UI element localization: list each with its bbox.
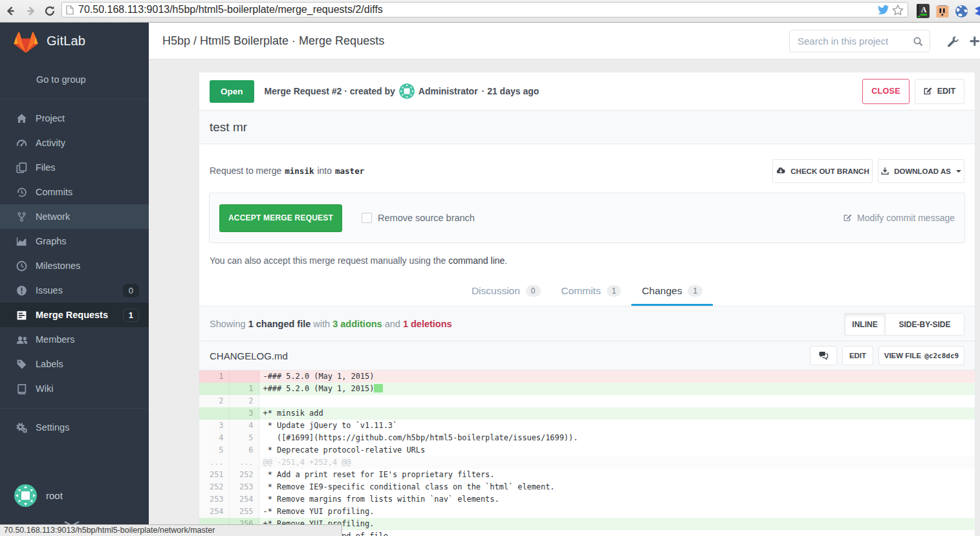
source-branch[interactable]: minsik [285, 166, 314, 176]
gitlab-brand[interactable]: GitLab [0, 23, 149, 59]
sidebar-item-files[interactable]: Files [0, 155, 149, 180]
old-line-number[interactable]: 253 [199, 493, 229, 506]
target-branch[interactable]: master [335, 166, 364, 176]
inline-toggle-button[interactable]: INLINE [844, 313, 885, 336]
count-badge: 0 [123, 284, 139, 297]
tab-changes[interactable]: Changes 1 [631, 275, 713, 306]
fork-icon [16, 211, 27, 222]
old-line-number[interactable]: 3 [199, 420, 229, 432]
diff-row[interactable]: 1 +### 5.2.0 (May 1, 2015) [199, 383, 975, 395]
extension-partial-icon[interactable] [974, 4, 980, 18]
old-line-number[interactable]: 252 [199, 481, 229, 493]
sidebar-item-members[interactable]: Members [0, 327, 149, 352]
note-suffix: . [505, 255, 507, 266]
additions-count: 3 additions [332, 319, 382, 329]
tab-count-badge: 1 [688, 285, 702, 297]
new-line-number[interactable]: 5 [229, 432, 259, 444]
view-file-button[interactable]: VIEW FILE@c2c8dc9 [878, 346, 964, 365]
diff-row[interactable]: 251 252 * Add a print reset for IE's pro… [199, 469, 975, 481]
new-line-number[interactable]: 4 [229, 420, 259, 432]
new-project-button[interactable] [969, 23, 980, 59]
edit-file-button[interactable]: EDIT [842, 346, 873, 365]
old-line-number[interactable]: 1 [199, 370, 229, 383]
diff-row[interactable]: 2 2 [199, 395, 975, 407]
toggle-comments-button[interactable] [810, 346, 837, 365]
old-line-number[interactable]: ... [199, 456, 229, 469]
twitter-icon[interactable] [878, 5, 889, 15]
browser-forward-button[interactable] [21, 1, 40, 21]
side-by-side-toggle-button[interactable]: SIDE-BY-SIDE [885, 313, 964, 336]
tab-commits[interactable]: Commits 1 [551, 275, 632, 306]
sidebar-item-activity[interactable]: Activity [0, 131, 149, 155]
sidebar-item-go-to-group[interactable]: Go to group [0, 67, 149, 92]
command-line-link[interactable]: command line [448, 255, 505, 266]
diff-row[interactable]: ... ... @@ -251,4 +252,4 @@ [199, 456, 975, 469]
remove-source-branch-label[interactable]: Remove source branch [378, 213, 475, 223]
diff-row[interactable]: 1 -### 5.2.0 (May 1, 2015) [199, 370, 975, 383]
search-input[interactable] [798, 36, 913, 47]
sidebar-item-milestones[interactable]: Milestones [0, 253, 149, 278]
extension-dictionary-icon[interactable]: A [916, 4, 930, 18]
sidebar-item-issues[interactable]: Issues 0 [0, 278, 149, 303]
browser-reload-button[interactable] [40, 1, 60, 21]
diff-row[interactable]: 3 4 * Update jQuery to `v1.11.3` [199, 420, 975, 432]
new-line-number[interactable]: 1 [229, 383, 259, 395]
author-avatar[interactable] [399, 83, 415, 99]
new-line-number[interactable]: 253 [229, 481, 259, 493]
old-line-number[interactable]: 251 [199, 469, 229, 481]
old-line-number[interactable]: 5 [199, 444, 229, 456]
old-line-number[interactable]: 254 [199, 506, 229, 518]
sidebar-user[interactable]: root [0, 484, 149, 507]
accept-merge-request-button[interactable]: ACCEPT MERGE REQUEST [219, 204, 342, 232]
new-line-number[interactable]: 252 [229, 469, 259, 481]
search-box[interactable] [789, 30, 930, 52]
diff-row[interactable]: 254 255 -* Remove YUI profiling. [199, 506, 975, 518]
sidebar-item-commits[interactable]: Commits [0, 180, 149, 204]
diff-summary-row: Showing 1 changed file with 3 additions … [199, 306, 975, 341]
old-line-number[interactable]: 4 [199, 432, 229, 444]
download-as-button[interactable]: DOWNLOAD AS [878, 159, 964, 183]
app-header: H5bp / Html5 Boilerplate · Merge Request… [149, 23, 980, 59]
author-name[interactable]: Administrator [419, 86, 478, 96]
sidebar-item-project[interactable]: Project [0, 106, 149, 131]
new-line-number[interactable]: ... [229, 456, 259, 469]
area-chart-icon [16, 236, 27, 247]
address-bar[interactable]: 70.50.168.113:9013/h5bp/html5-boilerplat… [61, 2, 908, 17]
diff-row[interactable]: 252 253 * Remove IE9-specific conditiona… [199, 481, 975, 493]
old-line-number[interactable]: 2 [199, 395, 229, 407]
check-out-branch-button[interactable]: CHECK OUT BRANCH [772, 159, 873, 183]
sidebar-item-wiki[interactable]: Wiki [0, 376, 149, 401]
diff-row[interactable]: 253 254 * Remove margins from lists with… [199, 493, 975, 506]
new-line-number[interactable]: 254 [229, 493, 259, 506]
modify-commit-message-link[interactable]: Modify commit message [844, 213, 955, 223]
url-text[interactable]: 70.50.168.113:9013/h5bp/html5-boilerplat… [78, 4, 878, 16]
command-line-note: You can also accept this merge request m… [210, 255, 507, 266]
diff-row[interactable]: 5 6 * Deprecate protocol-relative URLs [199, 444, 975, 456]
tab-discussion[interactable]: Discussion 0 [461, 275, 551, 306]
diff-line-content: +* Remove YUI profiling. [259, 518, 975, 530]
old-line-number[interactable] [199, 407, 229, 420]
new-line-number[interactable]: 2 [229, 395, 259, 407]
new-line-number[interactable]: 255 [229, 506, 259, 518]
new-line-number[interactable]: 3 [229, 407, 259, 420]
extension-face-icon[interactable] [935, 4, 950, 18]
sidebar-item-graphs[interactable]: Graphs [0, 229, 149, 253]
new-line-number[interactable] [229, 370, 259, 383]
browser-back-button[interactable] [1, 1, 21, 21]
new-line-number[interactable]: 6 [229, 444, 259, 456]
bookmark-star-icon[interactable] [892, 5, 904, 16]
sidebar-item-settings[interactable]: Settings [0, 415, 149, 440]
sidebar-item-merge-requests[interactable]: Merge Requests 1 [0, 303, 149, 327]
sidebar-item-labels[interactable]: Labels [0, 352, 149, 376]
edit-button[interactable]: EDIT [915, 79, 964, 104]
diff-row[interactable]: 4 5 ([#1699](https://github.com/h5bp/htm… [199, 432, 975, 444]
sidebar: GitLab Go to group Project Activity File… [0, 23, 149, 536]
admin-wrench-button[interactable] [946, 23, 959, 59]
sidebar-item-network[interactable]: Network [0, 204, 149, 229]
diff-row[interactable]: 3 +* minsik add [199, 407, 975, 420]
history-icon [16, 187, 27, 198]
old-line-number[interactable] [199, 383, 229, 395]
remove-source-branch-checkbox[interactable] [362, 213, 372, 223]
extension-globe-icon[interactable] [955, 5, 968, 18]
close-button[interactable]: CLOSE [862, 79, 909, 104]
